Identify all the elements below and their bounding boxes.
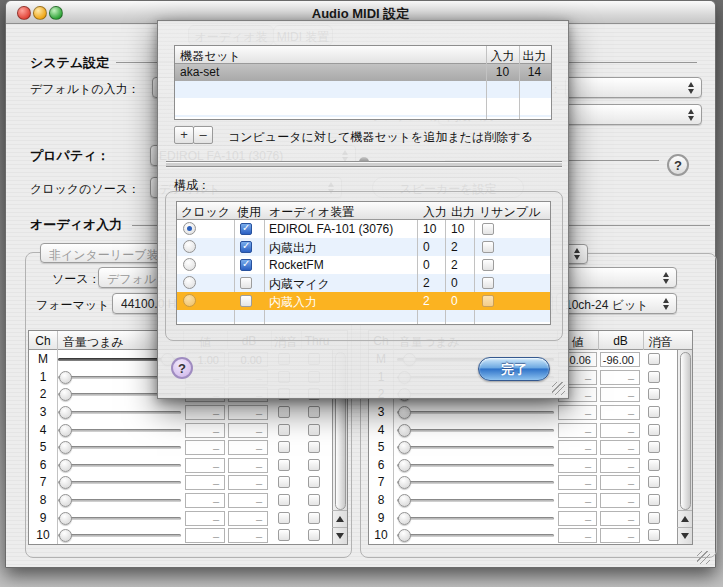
window-resize-grip[interactable]: [697, 551, 710, 564]
volume-slider-knob[interactable]: [398, 424, 411, 437]
device-set-row-selected[interactable]: aka-set 10 14: [175, 64, 551, 81]
value-field[interactable]: –: [558, 511, 597, 526]
db-field[interactable]: –: [228, 511, 268, 526]
default-output-popup[interactable]: [565, 77, 702, 98]
use-checkbox[interactable]: [240, 277, 252, 289]
value-field[interactable]: –: [185, 423, 225, 438]
done-button[interactable]: 完了: [478, 357, 550, 381]
structure-row[interactable]: 内蔵マイク20: [177, 274, 550, 292]
db-field[interactable]: –: [228, 528, 268, 543]
structure-row[interactable]: 内蔵入力20: [177, 292, 550, 310]
scrollbar-thumb[interactable]: [680, 352, 691, 510]
clock-radio[interactable]: [183, 276, 196, 289]
pane-splitter[interactable]: [166, 161, 562, 168]
value-field[interactable]: –: [558, 458, 597, 473]
thru-checkbox[interactable]: [308, 441, 320, 453]
volume-slider-knob[interactable]: [398, 494, 411, 507]
add-device-set-button[interactable]: +: [174, 126, 194, 144]
value-field[interactable]: –: [185, 493, 225, 508]
volume-slider-knob[interactable]: [59, 424, 72, 437]
resample-checkbox[interactable]: [482, 295, 494, 307]
mute-checkbox[interactable]: [648, 424, 660, 436]
clock-radio[interactable]: [183, 258, 196, 271]
volume-slider-knob[interactable]: [59, 459, 72, 472]
mute-checkbox[interactable]: [648, 529, 660, 541]
structure-table[interactable]: クロック 使用 オーディオ装置 入力 出力 リサンプル EDIROL FA-10…: [176, 201, 551, 325]
db-field[interactable]: –: [228, 405, 268, 420]
value-field[interactable]: –: [185, 511, 225, 526]
mute-checkbox[interactable]: [278, 459, 290, 471]
scroll-down-icon[interactable]: [677, 527, 692, 543]
volume-slider-knob[interactable]: [59, 476, 72, 489]
mute-checkbox[interactable]: [648, 406, 660, 418]
use-checkbox[interactable]: [240, 295, 252, 307]
db-field[interactable]: –: [228, 423, 268, 438]
mute-checkbox[interactable]: [648, 512, 660, 524]
volume-slider-knob[interactable]: [398, 406, 411, 419]
db-field[interactable]: –: [600, 370, 640, 385]
db-field[interactable]: -96.00: [600, 352, 640, 367]
mute-checkbox[interactable]: [648, 371, 660, 383]
db-field[interactable]: –: [600, 405, 640, 420]
volume-slider-knob[interactable]: [59, 371, 72, 384]
volume-slider-knob[interactable]: [59, 406, 72, 419]
mute-checkbox[interactable]: [648, 388, 660, 400]
remove-device-set-button[interactable]: –: [193, 126, 213, 144]
mute-checkbox[interactable]: [278, 529, 290, 541]
value-field[interactable]: –: [558, 528, 597, 543]
volume-slider-knob[interactable]: [398, 476, 411, 489]
volume-slider-knob[interactable]: [398, 529, 411, 542]
volume-slider-knob[interactable]: [59, 529, 72, 542]
db-field[interactable]: –: [228, 493, 268, 508]
thru-checkbox[interactable]: [308, 529, 320, 541]
clock-radio[interactable]: [183, 240, 196, 253]
volume-slider-knob[interactable]: [59, 388, 72, 401]
volume-slider-knob[interactable]: [59, 441, 72, 454]
splitter-handle-icon[interactable]: [359, 157, 369, 162]
mute-checkbox[interactable]: [278, 406, 290, 418]
dialog-resize-grip[interactable]: [552, 382, 565, 395]
output-channel-format-popup[interactable]: 10ch-24 ビット: [556, 293, 677, 314]
thru-checkbox[interactable]: [308, 459, 320, 471]
mute-checkbox[interactable]: [278, 476, 290, 488]
db-field[interactable]: –: [600, 423, 640, 438]
value-field[interactable]: –: [558, 493, 597, 508]
output-table-scrollbar[interactable]: [677, 350, 692, 544]
volume-slider-knob[interactable]: [398, 441, 411, 454]
db-field[interactable]: –: [228, 458, 268, 473]
thru-checkbox[interactable]: [308, 512, 320, 524]
volume-slider-knob[interactable]: [398, 459, 411, 472]
value-field[interactable]: –: [185, 440, 225, 455]
scroll-down-icon[interactable]: [332, 527, 347, 543]
structure-row[interactable]: EDIROL FA-101 (3076)1010: [177, 220, 550, 238]
volume-slider-knob[interactable]: [59, 512, 72, 525]
resample-checkbox[interactable]: [482, 241, 494, 253]
value-field[interactable]: –: [558, 440, 597, 455]
value-field[interactable]: –: [185, 458, 225, 473]
db-field[interactable]: –: [600, 493, 640, 508]
use-checkbox[interactable]: [240, 223, 252, 235]
device-set-table[interactable]: 機器セット 入力 出力 aka-set 10 14: [174, 45, 552, 120]
db-field[interactable]: –: [600, 475, 640, 490]
mute-checkbox[interactable]: [278, 512, 290, 524]
value-field[interactable]: –: [185, 405, 225, 420]
structure-row[interactable]: 内蔵出力02: [177, 238, 550, 256]
db-field[interactable]: –: [600, 458, 640, 473]
dialog-help-button[interactable]: ?: [171, 357, 193, 379]
mute-checkbox[interactable]: [278, 424, 290, 436]
clock-radio[interactable]: [183, 294, 196, 307]
thru-checkbox[interactable]: [308, 476, 320, 488]
mute-checkbox[interactable]: [648, 476, 660, 488]
structure-row[interactable]: RocketFM02: [177, 256, 550, 274]
thru-checkbox[interactable]: [308, 406, 320, 418]
value-field[interactable]: –: [558, 475, 597, 490]
mute-checkbox[interactable]: [648, 353, 660, 365]
value-field[interactable]: –: [185, 475, 225, 490]
value-field[interactable]: –: [185, 528, 225, 543]
help-button[interactable]: ?: [667, 154, 689, 176]
thru-checkbox[interactable]: [308, 424, 320, 436]
value-field[interactable]: –: [558, 423, 597, 438]
db-field[interactable]: –: [600, 440, 640, 455]
resample-checkbox[interactable]: [482, 223, 494, 235]
db-field[interactable]: –: [228, 475, 268, 490]
